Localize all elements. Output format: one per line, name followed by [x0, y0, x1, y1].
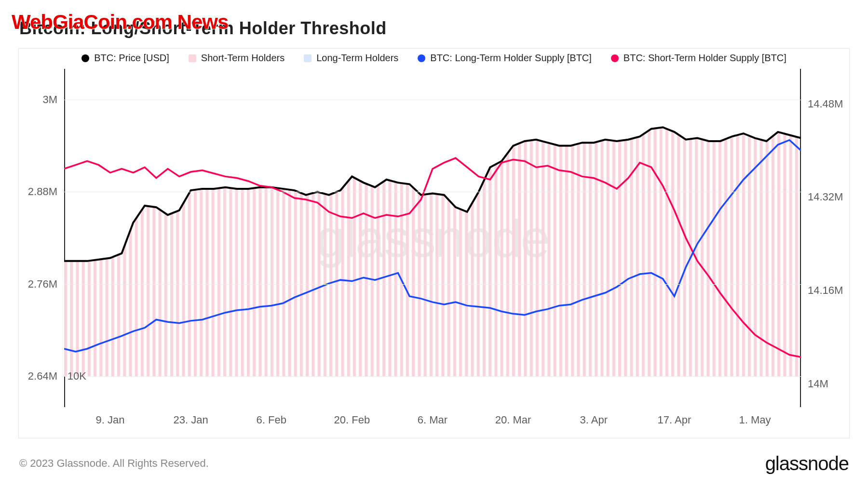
y-left-tick-label: 3M	[42, 93, 64, 106]
y-right-tick-label: 14.16M	[801, 284, 843, 297]
y-left2-tick-label: 10K	[68, 370, 93, 382]
x-tick-label: 6. Mar	[418, 407, 448, 426]
legend-item: BTC: Long-Term Holder Supply [BTC]	[418, 53, 592, 64]
x-tick-label: 9. Jan	[96, 407, 125, 426]
legend-label: BTC: Price [USD]	[94, 53, 169, 64]
legend-item: Long-Term Holders	[304, 53, 398, 64]
legend-label: Short-Term Holders	[201, 53, 285, 64]
gridline-horizontal	[64, 192, 801, 192]
x-tick-label: 20. Mar	[495, 407, 531, 426]
legend-item: BTC: Price [USD]	[81, 53, 169, 64]
gridline-horizontal	[64, 100, 801, 100]
watermark-top-overlay: WebGiaCoin.com News	[12, 11, 228, 34]
x-tick-label: 3. Apr	[580, 407, 608, 426]
legend-item: Short-Term Holders	[189, 53, 285, 64]
legend-label: Long-Term Holders	[316, 53, 398, 64]
x-tick-label: 23. Jan	[174, 407, 208, 426]
x-tick-label: 17. Apr	[658, 407, 692, 426]
legend-marker	[611, 54, 619, 62]
chart-plot-area: glassnode 3M2.88M2.76M2.64M10K14.48M14.3…	[64, 69, 801, 407]
y-right-tick-label: 14.48M	[801, 98, 843, 110]
gridline-horizontal	[64, 284, 801, 285]
x-tick-label: 1. May	[739, 407, 771, 426]
price-area	[64, 127, 801, 376]
y-left-tick-label: 2.76M	[28, 278, 64, 290]
legend-marker	[81, 54, 89, 62]
chart-frame: BTC: Price [USD]Short-Term HoldersLong-T…	[18, 48, 850, 438]
x-tick-label: 6. Feb	[257, 407, 286, 426]
y-right-tick-label: 14M	[801, 378, 828, 390]
chart-legend: BTC: Price [USD]Short-Term HoldersLong-T…	[19, 53, 849, 64]
gridline-horizontal	[64, 376, 801, 377]
legend-marker	[189, 54, 196, 62]
footer-brand-logo: glassnode	[765, 453, 849, 475]
legend-marker	[304, 54, 312, 62]
x-tick-label: 20. Feb	[334, 407, 370, 426]
y-left-tick-label: 2.64M	[28, 370, 64, 382]
chart-svg	[64, 69, 801, 407]
y-right-tick-label: 14.32M	[801, 191, 843, 203]
footer-copyright: © 2023 Glassnode. All Rights Reserved.	[19, 457, 209, 470]
legend-label: BTC: Short-Term Holder Supply [BTC]	[624, 53, 787, 64]
legend-label: BTC: Long-Term Holder Supply [BTC]	[430, 53, 592, 64]
y-left-tick-label: 2.88M	[28, 185, 64, 198]
legend-item: BTC: Short-Term Holder Supply [BTC]	[611, 53, 787, 64]
legend-marker	[418, 54, 425, 62]
